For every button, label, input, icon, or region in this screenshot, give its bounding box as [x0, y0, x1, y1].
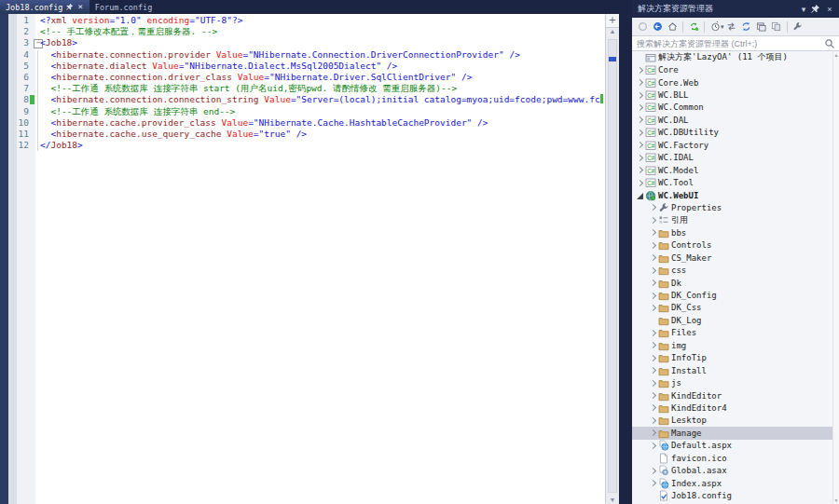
tree-item-manage[interactable]: Manage [632, 427, 839, 439]
expander-collapsed-icon[interactable] [649, 277, 658, 289]
sync-with-active-document-button[interactable] [686, 20, 701, 34]
tree-item-controls[interactable]: Controls [632, 239, 839, 252]
tree-item-kindeditor[interactable]: KindEditor [632, 389, 839, 402]
code-editor[interactable]: 1<?xml version="1.0" encoding="UTF-8"?>2… [0, 14, 605, 504]
panel-splitter[interactable] [619, 0, 632, 504]
tree-item-default-aspx[interactable]: Default.aspx [632, 440, 839, 452]
tree-item-label: favicon.ico [670, 454, 727, 463]
tree-item-core-web[interactable]: Core.Web [632, 76, 839, 89]
tree-item-job18-config[interactable]: Job18.config [632, 489, 839, 501]
expander-collapsed-icon[interactable] [649, 214, 658, 226]
close-tab-icon[interactable]: × [76, 3, 83, 11]
pin-tab-icon[interactable] [65, 3, 74, 11]
expander-collapsed-icon[interactable] [649, 364, 658, 376]
tree-item-files[interactable]: Files [632, 327, 839, 339]
expander-collapsed-icon[interactable] [649, 477, 658, 489]
expander-collapsed-icon[interactable] [636, 89, 645, 102]
expander-collapsed-icon[interactable] [649, 290, 658, 302]
tree-item-kindeditor4[interactable]: KindEditor4 [632, 402, 839, 414]
expander-collapsed-icon[interactable] [636, 102, 645, 114]
tree-item-wc-webui[interactable]: WC.WebUI [632, 189, 839, 201]
tree-item-css[interactable]: css [632, 264, 839, 276]
tree-item-install[interactable]: Install [632, 364, 839, 376]
refresh-button[interactable] [739, 20, 754, 34]
tree-item-wc-model[interactable]: WC.Model [632, 164, 839, 176]
split-window-button[interactable]: + [606, 14, 619, 28]
expander-collapsed-icon[interactable] [649, 427, 658, 439]
tree-item-wc-dal[interactable]: WC.DAL [632, 114, 839, 126]
tree-item-lesktop[interactable]: Lesktop [632, 415, 839, 427]
tree-item-引用[interactable]: 引用 [632, 214, 839, 226]
tree-item-infotip[interactable]: InfoTip [632, 352, 839, 364]
tree-scrollbar[interactable]: ▲ ▼ [832, 51, 839, 504]
expander-collapsed-icon[interactable] [649, 389, 658, 402]
tree-item-properties[interactable]: Properties [632, 201, 839, 213]
expander-collapsed-icon[interactable] [649, 252, 658, 264]
expander-collapsed-icon[interactable] [636, 64, 645, 76]
expander-collapsed-icon[interactable] [636, 114, 645, 126]
properties-button[interactable] [791, 20, 805, 34]
tree-item-index-aspx[interactable]: Index.aspx [632, 477, 839, 489]
close-icon[interactable]: × [823, 5, 836, 14]
expander-collapsed-icon[interactable] [636, 164, 645, 176]
expander-collapsed-icon[interactable] [649, 265, 658, 277]
show-all-files-button[interactable] [769, 20, 784, 34]
search-icon[interactable] [824, 38, 835, 49]
expander-collapsed-icon[interactable] [649, 327, 658, 339]
csproj-icon [645, 165, 657, 176]
tree-item-wc-dbutility[interactable]: WC.DBUtility [632, 127, 839, 139]
expander-collapsed-icon[interactable] [649, 339, 658, 351]
expander-collapsed-icon[interactable] [649, 226, 658, 238]
tree-item-wc-common[interactable]: WC.Common [632, 102, 839, 114]
tree-item-dk-css[interactable]: DK_Css [632, 302, 839, 314]
pin-icon[interactable] [810, 4, 823, 14]
scrollbar-thumb[interactable] [608, 39, 617, 493]
expander-collapsed-icon[interactable] [649, 465, 658, 477]
tree-item-wc-tool[interactable]: WC.Tool [632, 176, 839, 188]
forward-button[interactable] [650, 20, 665, 34]
home-button[interactable] [665, 20, 680, 34]
expander-collapsed-icon[interactable] [649, 239, 658, 252]
code-text: <Job18> [40, 37, 77, 48]
tree-item-wc-bll[interactable]: WC.BLL [632, 89, 839, 101]
scroll-down-arrow[interactable]: ▼ [606, 497, 619, 503]
tree-item-img[interactable]: img [632, 339, 839, 351]
expander-collapsed-icon[interactable] [636, 76, 645, 89]
tree-item-dk[interactable]: Dk [632, 277, 839, 289]
tree-item-bbs[interactable]: bbs [632, 226, 839, 238]
tree-item-core[interactable]: Core [632, 63, 839, 75]
preview-selected-items-button[interactable] [754, 20, 769, 34]
expander-collapsed-icon[interactable] [636, 152, 645, 164]
tree-item-js[interactable]: js [632, 376, 839, 388]
expander-collapsed-icon[interactable] [649, 302, 658, 314]
expander-collapsed-icon[interactable] [649, 402, 658, 414]
tree-item-wc-factory[interactable]: WC.Factory [632, 139, 839, 151]
tree-item-label: WC.DAL [657, 116, 689, 125]
tree-item-wc-idal[interactable]: WC.IDAL [632, 152, 839, 164]
back-button[interactable] [635, 20, 650, 34]
expander-expanded-icon[interactable] [636, 189, 645, 201]
swap-views-button[interactable] [724, 20, 739, 34]
expander-collapsed-icon[interactable] [649, 415, 658, 427]
editor-vertical-scrollbar[interactable]: + ▲ ▼ [605, 14, 619, 504]
tree-item-dk-config[interactable]: DK_Config [632, 289, 839, 301]
tree-scroll-up-arrow[interactable]: ▲ [833, 52, 839, 58]
tab-job18-config[interactable]: Job18.config× [0, 0, 89, 14]
expander-collapsed-icon[interactable] [636, 177, 645, 189]
tab-forum-config[interactable]: Forum.config [89, 0, 158, 14]
expander-collapsed-icon[interactable] [636, 127, 645, 139]
tree-item-解决方案-lazyoa-11-个项目[interactable]: 解决方案'LazyOA' (11 个项目) [632, 51, 839, 63]
expander-collapsed-icon[interactable] [649, 352, 658, 364]
tree-item-favicon-ico[interactable]: favicon.ico [632, 452, 839, 464]
expander-collapsed-icon[interactable] [636, 139, 645, 151]
expander-collapsed-icon[interactable] [649, 201, 658, 213]
search-input[interactable] [632, 36, 821, 50]
tree-item-cs-maker[interactable]: CS_Maker [632, 252, 839, 264]
tree-item-global-asax[interactable]: Global.asax [632, 464, 839, 476]
expander-collapsed-icon[interactable] [649, 377, 658, 389]
window-position-button[interactable]: ▾ [797, 5, 810, 14]
expander-collapsed-icon[interactable] [649, 440, 658, 452]
scroll-up-arrow[interactable]: ▲ [606, 28, 619, 34]
tree-scroll-down-arrow[interactable]: ▼ [833, 497, 839, 503]
tree-item-dk-log[interactable]: DK_Log [632, 314, 839, 326]
